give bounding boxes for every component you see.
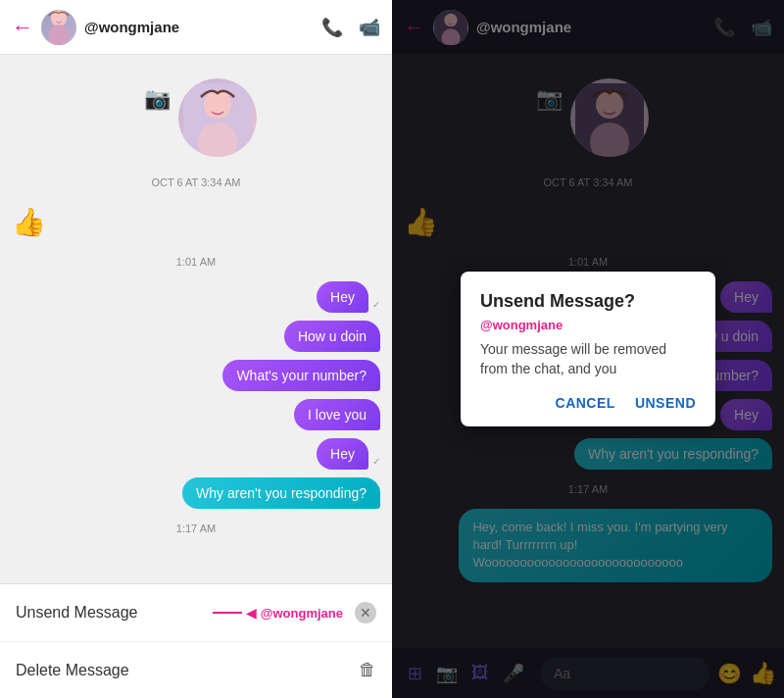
right-panel: ← @wongmjane 📞 📹 📷 (392, 0, 784, 698)
left-timestamp3: 1:17 AM (12, 523, 380, 534)
left-timestamp2: 1:01 AM (12, 256, 380, 268)
left-arrow-username: @wongmjane (261, 606, 343, 621)
left-bubble-hey: Hey (317, 281, 368, 313)
left-thumbup-icon: 👍 (12, 206, 46, 238)
left-panel: ← @wongmjane 📞 📹 📷 (0, 0, 392, 698)
left-unsend-action[interactable]: Unsend Message ◀ @wongmjane ✕ (0, 584, 392, 642)
left-check1: ✓ (372, 299, 380, 310)
left-back-button[interactable]: ← (12, 15, 33, 40)
right-modal-body: Your message will be removed from the ch… (480, 340, 696, 378)
left-camera-icon[interactable]: 📷 (144, 86, 171, 111)
right-modal-unsend-button[interactable]: UNSEND (635, 395, 696, 411)
right-modal-username: @wongmjane (480, 318, 696, 332)
right-modal-overlay[interactable]: Unsend Message? @wongmjane Your message … (392, 0, 784, 698)
left-unsend-label: Unsend Message (16, 604, 213, 622)
left-check2: ✓ (372, 456, 380, 467)
right-modal-cancel-button[interactable]: CANCEL (556, 395, 615, 411)
left-arrow-line (213, 612, 242, 614)
left-msg-thumb: 👍 (12, 202, 380, 242)
left-msg-number: What's your number? (12, 360, 380, 391)
left-bubble-number: What's your number? (222, 360, 380, 391)
left-timestamp1: OCT 6 AT 3:34 AM (12, 176, 380, 188)
left-header-icons: 📞 📹 (321, 17, 380, 38)
left-trash-icon[interactable]: 🗑 (359, 660, 376, 680)
right-modal-box: Unsend Message? @wongmjane Your message … (461, 272, 715, 425)
left-arrow-head: ◀ (246, 605, 257, 621)
left-call-icon[interactable]: 📞 (321, 17, 343, 38)
left-bubble-how: How u doin (284, 321, 380, 352)
left-msg-why: Why aren't you responding? (12, 477, 380, 509)
left-avatar (41, 10, 76, 45)
left-delete-label: Delete Message (16, 662, 359, 679)
left-bubble-love: I love you (294, 399, 380, 430)
left-camera-area: 📷 (136, 78, 178, 120)
left-contact-image (178, 78, 257, 157)
left-msg-hey: Hey ✓ (12, 281, 380, 313)
left-chat-area: 📷 OCT 6 AT 3:34 AM 👍 1:01 AM Hey (0, 55, 392, 583)
right-modal-actions: CANCEL UNSEND (480, 395, 696, 411)
left-action-sheet: Unsend Message ◀ @wongmjane ✕ Delete Mes… (0, 583, 392, 698)
right-modal-title: Unsend Message? (480, 291, 696, 312)
left-msg-hey2: Hey ✓ (12, 438, 380, 470)
left-header: ← @wongmjane 📞 📹 (0, 0, 392, 55)
left-msg-love: I love you (12, 399, 380, 430)
left-video-icon[interactable]: 📹 (359, 17, 380, 38)
left-unsend-close[interactable]: ✕ (355, 602, 376, 623)
left-bubble-why: Why aren't you responding? (182, 477, 380, 509)
left-image-row: 📷 (12, 67, 380, 165)
left-username: @wongmjane (84, 19, 314, 35)
left-bubble-hey2: Hey (317, 438, 368, 470)
left-action-arrow: ◀ @wongmjane (213, 605, 343, 621)
svg-point-1 (49, 25, 70, 44)
left-delete-action[interactable]: Delete Message 🗑 (0, 642, 392, 698)
left-msg-how: How u doin (12, 321, 380, 352)
